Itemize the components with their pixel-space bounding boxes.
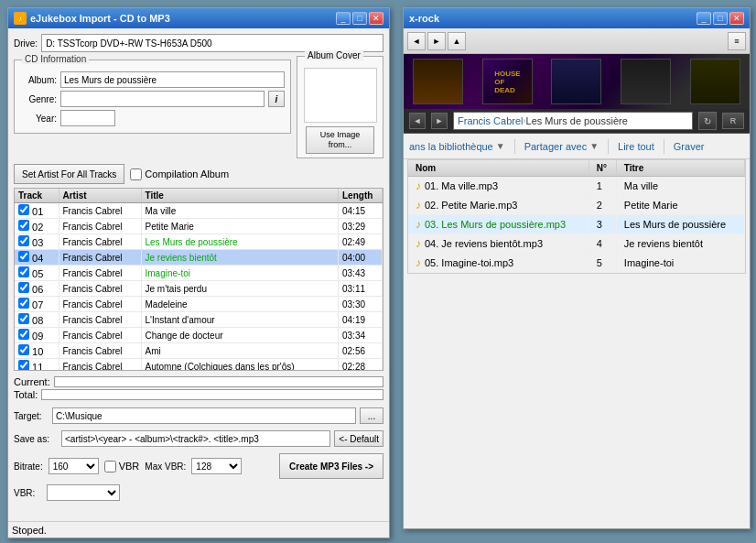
- xrock-file-header: Nom N° Titre: [408, 160, 745, 177]
- file-number: 4: [589, 234, 616, 254]
- table-row[interactable]: 03Francis CabrelLes Murs de poussière02:…: [15, 234, 383, 250]
- divider-2: [608, 139, 609, 154]
- track-checkbox[interactable]: [18, 282, 29, 293]
- table-row[interactable]: 02Francis CabrelPetite Marie03:29: [15, 219, 383, 234]
- title-controls: _ □ ✕: [336, 12, 383, 25]
- nav-forward-button[interactable]: ►: [431, 113, 448, 129]
- col-artist[interactable]: Artist: [59, 189, 141, 203]
- track-checkbox-cell: 10: [15, 343, 59, 359]
- compilation-checkbox[interactable]: [130, 168, 142, 180]
- table-row[interactable]: 08Francis CabrelL'Instant d'amour04:19: [15, 312, 383, 328]
- use-image-button[interactable]: Use Image from...: [306, 126, 374, 154]
- track-artist: Francis Cabrel: [59, 266, 141, 281]
- track-artist: Francis Cabrel: [59, 312, 141, 328]
- xrock-files-area[interactable]: Nom N° Titre ♪01. Ma ville.mp31Ma ville♪…: [407, 159, 746, 274]
- table-row[interactable]: 06Francis CabrelJe m'tais perdu03:11: [15, 281, 383, 297]
- xrock-action-bar: ans la bibliothèque ▼ Partager avec ▼ Li…: [404, 134, 750, 159]
- table-row[interactable]: 11Francis CabrelAutomne (Colchiques dans…: [15, 359, 383, 372]
- track-checkbox[interactable]: [18, 235, 29, 246]
- drive-select[interactable]: D: TSSTcorp DVD+-RW TS-H653A D500: [41, 34, 383, 52]
- table-row[interactable]: 05Francis CabrelImagine-toi03:43: [15, 266, 383, 281]
- list-item[interactable]: ♪01. Ma ville.mp31Ma ville: [408, 177, 745, 196]
- library-action[interactable]: ans la bibliothèque ▼: [409, 141, 505, 152]
- year-label: Year:: [20, 114, 57, 124]
- target-input[interactable]: [52, 407, 356, 424]
- year-input[interactable]: [60, 110, 115, 126]
- maxvbr-select[interactable]: 128: [191, 458, 242, 474]
- divider-1: [514, 139, 515, 154]
- track-title: Ma ville: [141, 203, 339, 219]
- progress-section: Current: Total:: [14, 376, 383, 400]
- xrock-minimize-button[interactable]: _: [697, 12, 711, 25]
- divider-3: [664, 139, 664, 154]
- track-checkbox[interactable]: [18, 266, 29, 277]
- vbr-checkbox-label[interactable]: VBR: [104, 461, 140, 472]
- compilation-checkbox-label[interactable]: Compilation Album: [130, 168, 229, 180]
- toolbar-back-button[interactable]: ◄: [407, 32, 426, 50]
- track-checkbox[interactable]: [18, 329, 29, 340]
- track-checkbox[interactable]: [18, 313, 29, 324]
- track-checkbox[interactable]: [18, 344, 29, 355]
- default-button[interactable]: <- Default: [334, 430, 383, 447]
- file-name: ♪04. Je reviens bientôt.mp3: [408, 234, 589, 254]
- table-row[interactable]: 01Francis CabrelMa ville04:15: [15, 203, 383, 219]
- track-artist: Francis Cabrel: [59, 219, 141, 234]
- toolbar-menu-button[interactable]: ≡: [728, 32, 746, 50]
- track-checkbox[interactable]: [18, 360, 29, 371]
- list-item[interactable]: ♪04. Je reviens bientôt.mp34Je reviens b…: [408, 234, 745, 254]
- nav-extra-button[interactable]: R: [722, 113, 744, 129]
- vbr-checkbox[interactable]: [104, 461, 116, 472]
- genre-row: Genre: i: [20, 91, 285, 107]
- genre-input[interactable]: [60, 91, 265, 107]
- col-track[interactable]: Track: [15, 189, 59, 203]
- minimize-button[interactable]: _: [336, 12, 351, 25]
- toolbar-up-button[interactable]: ▲: [448, 32, 466, 50]
- track-table-container[interactable]: Track Artist Title Length 01Francis Cabr…: [14, 188, 383, 371]
- close-button[interactable]: ✕: [369, 12, 383, 25]
- create-mp3-button[interactable]: Create MP3 Files ->: [279, 453, 383, 479]
- col-title[interactable]: Title: [141, 189, 339, 203]
- col-nom[interactable]: Nom: [408, 160, 589, 177]
- track-number: 06: [29, 284, 43, 295]
- status-bar: Stoped.: [8, 521, 389, 538]
- maximize-button[interactable]: □: [352, 12, 367, 25]
- file-name-text: 03. Les Murs de poussière.mp3: [425, 219, 566, 230]
- cd-info-group: CD Information Album: Genre: i Year:: [14, 60, 291, 134]
- title-bar-left: ♪ eJukebox Import - CD to MP3: [14, 12, 170, 25]
- table-row[interactable]: 04Francis CabrelJe reviens bientôt04:00: [15, 250, 383, 266]
- play-action[interactable]: Lire tout: [618, 141, 654, 152]
- album-label: Album:: [20, 75, 57, 85]
- list-item[interactable]: ♪02. Petite Marie.mp32Petite Marie: [408, 196, 745, 215]
- track-number: 02: [29, 222, 43, 233]
- bitrate-select[interactable]: 160: [49, 458, 99, 474]
- set-artist-button[interactable]: Set Artist For All Tracks: [14, 164, 124, 184]
- table-row[interactable]: 09Francis CabrelChange de docteur03:34: [15, 328, 383, 343]
- xrock-close-button[interactable]: ✕: [729, 12, 744, 25]
- refresh-button[interactable]: ↻: [698, 112, 717, 130]
- list-item[interactable]: ♪05. Imagine-toi.mp35Imagine-toi: [408, 254, 745, 273]
- saveas-input[interactable]: [61, 430, 330, 447]
- table-row[interactable]: 10Francis CabrelAmi02:56: [15, 343, 383, 359]
- nav-back-button[interactable]: ◄: [409, 113, 426, 129]
- col-num[interactable]: N°: [589, 160, 616, 177]
- track-checkbox[interactable]: [18, 220, 29, 231]
- track-number: 05: [29, 268, 43, 279]
- vbr-combo-select[interactable]: [47, 484, 120, 501]
- info-button[interactable]: i: [268, 91, 285, 107]
- browse-button[interactable]: ...: [360, 407, 383, 424]
- table-row[interactable]: 07Francis CabrelMadeleine03:30: [15, 297, 383, 312]
- track-checkbox[interactable]: [18, 251, 29, 262]
- col-titre[interactable]: Titre: [616, 160, 744, 177]
- xrock-maximize-button[interactable]: □: [713, 12, 728, 25]
- track-checkbox[interactable]: [18, 204, 29, 215]
- share-action[interactable]: Partager avec ▼: [524, 141, 599, 152]
- saveas-label: Save as:: [14, 434, 58, 444]
- toolbar-forward-button[interactable]: ►: [427, 32, 446, 50]
- burn-action[interactable]: Graver: [674, 141, 705, 152]
- list-item[interactable]: ♪03. Les Murs de poussière.mp33Les Murs …: [408, 215, 745, 234]
- track-checkbox[interactable]: [18, 298, 29, 309]
- album-input[interactable]: [60, 71, 285, 88]
- band-image-5: [690, 59, 740, 104]
- col-length[interactable]: Length: [339, 189, 383, 203]
- current-progress-bar: [54, 376, 383, 387]
